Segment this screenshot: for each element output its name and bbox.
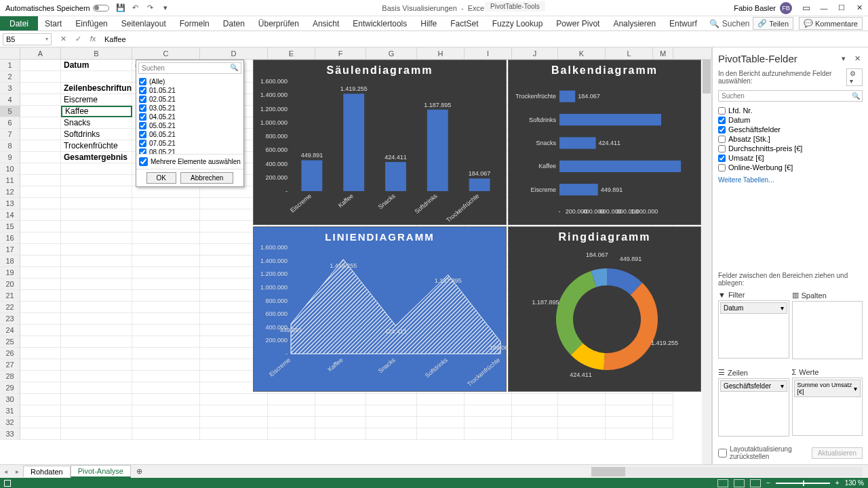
- cell[interactable]: [61, 302, 132, 313]
- cell[interactable]: [132, 348, 200, 359]
- sheet-tab-rohdaten[interactable]: Rohdaten: [23, 466, 71, 477]
- row-header[interactable]: 25: [0, 336, 20, 348]
- view-normal-icon[interactable]: [717, 479, 728, 487]
- cell[interactable]: [61, 256, 132, 267]
- row-header[interactable]: 32: [0, 417, 20, 428]
- line-chart[interactable]: LINIENDIAGRAMM -200.000400.000600.000800…: [253, 226, 507, 392]
- cell[interactable]: [20, 163, 61, 175]
- cell[interactable]: [558, 405, 606, 417]
- sheet-nav-next-icon[interactable]: ▸: [12, 468, 23, 475]
- filter-item[interactable]: 06.05.21: [139, 130, 241, 139]
- zoom-level[interactable]: 130 %: [845, 479, 864, 487]
- col-header[interactable]: G: [366, 47, 417, 59]
- cell[interactable]: [417, 405, 465, 417]
- cell[interactable]: [417, 417, 465, 428]
- horizontal-scrollbar[interactable]: [591, 467, 863, 476]
- cell[interactable]: [132, 336, 200, 348]
- tab-developer[interactable]: Entwicklertools: [346, 16, 414, 30]
- row-header[interactable]: 14: [0, 209, 20, 221]
- tab-insert[interactable]: Einfügen: [68, 16, 114, 30]
- undo-icon[interactable]: ↶: [131, 3, 140, 13]
- row-header[interactable]: 20: [0, 279, 20, 290]
- row-header[interactable]: 21: [0, 290, 20, 302]
- maximize-icon[interactable]: ☐: [833, 0, 850, 16]
- column-chart[interactable]: Säulendiagramm -200.000400.000600.000800…: [253, 60, 507, 225]
- col-header[interactable]: L: [606, 47, 653, 59]
- filter-item[interactable]: 01.05.21: [139, 86, 241, 95]
- cell[interactable]: [61, 405, 132, 417]
- defer-layout-checkbox[interactable]: [718, 449, 727, 458]
- col-header[interactable]: K: [558, 47, 606, 59]
- cell[interactable]: Trockenfrüchte: [61, 140, 132, 152]
- tab-powerpivot[interactable]: Power Pivot: [549, 16, 606, 30]
- pane-close-icon[interactable]: ✕: [852, 54, 863, 64]
- row-header[interactable]: 23: [0, 313, 20, 325]
- row-header[interactable]: 8: [0, 140, 20, 152]
- cell[interactable]: [61, 244, 132, 256]
- redo-icon[interactable]: ↷: [146, 3, 155, 13]
- col-header[interactable]: B: [61, 47, 132, 59]
- multi-select-checkbox[interactable]: Mehrere Elemente auswählen: [136, 154, 243, 169]
- close-icon[interactable]: ✕: [850, 0, 868, 16]
- col-header[interactable]: I: [465, 47, 512, 59]
- sheet-tab-pivot[interactable]: Pivot-Analyse: [71, 465, 131, 478]
- cell[interactable]: Snacks: [61, 117, 132, 129]
- cell[interactable]: [366, 405, 417, 417]
- cell[interactable]: [132, 313, 200, 325]
- cell[interactable]: [315, 394, 366, 405]
- filter-item[interactable]: 02.05.21: [139, 95, 241, 104]
- cell[interactable]: Zeilenbeschriftungen: [61, 83, 132, 94]
- cell[interactable]: [20, 117, 61, 129]
- cell[interactable]: [20, 175, 61, 186]
- row-header[interactable]: 7: [0, 129, 20, 140]
- add-sheet-icon[interactable]: ⊕: [131, 467, 148, 476]
- col-header[interactable]: M: [653, 47, 673, 59]
- field-item[interactable]: Geschäftsfelder: [718, 125, 863, 134]
- cell[interactable]: [20, 186, 61, 198]
- cell[interactable]: [20, 279, 61, 290]
- enter-fx-icon[interactable]: ✓: [72, 35, 84, 43]
- cell[interactable]: [465, 405, 512, 417]
- cell[interactable]: [132, 382, 200, 394]
- row-header[interactable]: 16: [0, 232, 20, 244]
- col-header[interactable]: D: [200, 47, 268, 59]
- select-all-corner[interactable]: [0, 47, 20, 59]
- cell[interactable]: [132, 198, 200, 209]
- more-tables-link[interactable]: Weitere Tabellen...: [713, 174, 868, 186]
- cell[interactable]: [20, 348, 61, 359]
- row-header[interactable]: 10: [0, 163, 20, 175]
- row-header[interactable]: 2: [0, 71, 20, 83]
- cell[interactable]: [20, 382, 61, 394]
- cell[interactable]: [200, 405, 268, 417]
- cell[interactable]: [132, 325, 200, 336]
- share-button[interactable]: 🔗Teilen: [753, 17, 793, 30]
- col-header[interactable]: F: [315, 47, 366, 59]
- cell[interactable]: [20, 428, 61, 440]
- values-drop-area[interactable]: ΣWerte Summe von Umsatz [€]▾: [792, 367, 863, 441]
- row-header[interactable]: 26: [0, 348, 20, 359]
- tab-pagelayout[interactable]: Seitenlayout: [115, 16, 173, 30]
- autosave-toggle[interactable]: Automatisches Speichern: [5, 4, 109, 12]
- cell[interactable]: [315, 428, 366, 440]
- zoom-in-icon[interactable]: +: [835, 479, 840, 487]
- row-header[interactable]: 11: [0, 175, 20, 186]
- cell[interactable]: Eiscreme: [61, 94, 132, 106]
- row-header[interactable]: 33: [0, 428, 20, 440]
- pane-dropdown-icon[interactable]: ▾: [838, 54, 849, 64]
- tab-data[interactable]: Daten: [216, 16, 252, 30]
- cell[interactable]: [558, 394, 606, 405]
- cell[interactable]: [417, 428, 465, 440]
- vertical-scrollbar[interactable]: [702, 60, 711, 464]
- cell[interactable]: [653, 405, 673, 417]
- tab-design[interactable]: Entwurf: [663, 16, 704, 30]
- view-pagelayout-icon[interactable]: [734, 479, 745, 487]
- macro-record-icon[interactable]: [4, 480, 11, 487]
- cell[interactable]: [606, 428, 653, 440]
- cell[interactable]: [20, 371, 61, 382]
- cell[interactable]: [268, 417, 315, 428]
- cell[interactable]: [512, 394, 558, 405]
- row-header[interactable]: 13: [0, 198, 20, 209]
- cell[interactable]: [20, 336, 61, 348]
- cell[interactable]: [61, 198, 132, 209]
- cell[interactable]: [61, 267, 132, 279]
